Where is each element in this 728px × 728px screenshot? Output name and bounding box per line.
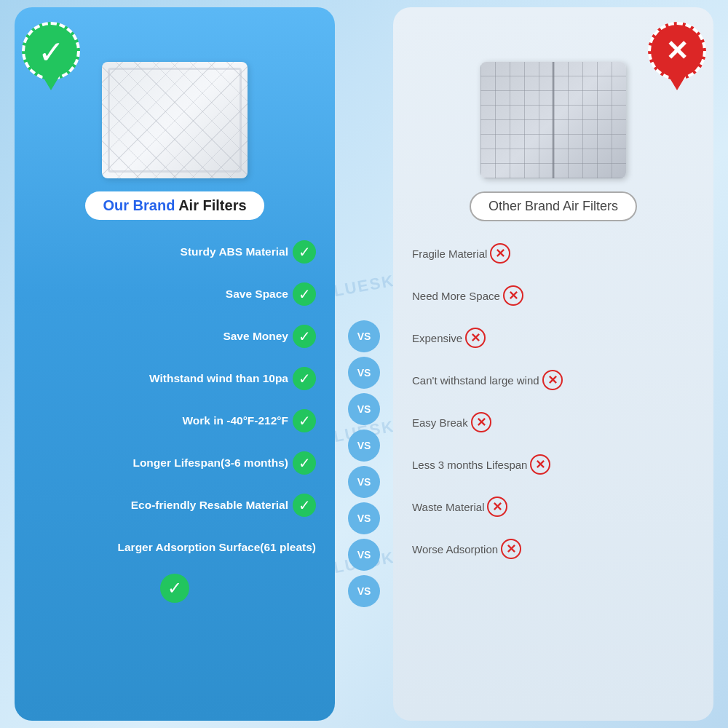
check-icon-3: ✓ xyxy=(293,325,316,348)
right-row-8: Worse Adsorption ✕ xyxy=(408,530,699,568)
right-feature-2: Need More Space ✕ xyxy=(408,285,699,306)
x-badge-symbol: ✕ xyxy=(665,37,689,65)
row-1: Sturdy ABS Material ✓ xyxy=(29,233,320,271)
left-feature-5: Work in -40°F-212°F ✓ xyxy=(29,409,320,432)
last-check-row: ✓ xyxy=(29,574,320,603)
row-7: Eco-friendly Resable Material ✓ xyxy=(29,486,320,524)
vs-2: VS xyxy=(348,357,380,389)
right-feature-text-6: Less 3 months Lifespan xyxy=(412,459,527,471)
right-feature-4: Can't withstand large wind ✕ xyxy=(408,370,699,390)
left-title-rest: Air Filters xyxy=(175,197,246,213)
x-icon-7: ✕ xyxy=(487,496,507,517)
left-feature-7: Eco-friendly Resable Material ✓ xyxy=(29,494,320,517)
left-filter-image xyxy=(102,62,248,178)
x-icon-8: ✕ xyxy=(501,539,521,559)
left-feature-text-8: Larger Adsorption Surface(61 pleats) xyxy=(118,541,316,554)
vs-column: VS VS VS VS VS VS VS VS xyxy=(344,7,384,721)
right-row-5: Easy Break ✕ xyxy=(408,403,699,441)
check-icon-1: ✓ xyxy=(293,240,316,264)
x-icon-3: ✕ xyxy=(465,328,486,348)
vs-1: VS xyxy=(348,320,380,352)
x-icon-6: ✕ xyxy=(530,454,550,475)
right-feature-text-7: Waste Material xyxy=(412,501,484,513)
check-icon-8: ✓ xyxy=(160,574,189,603)
right-feature-3: Expensive ✕ xyxy=(408,328,699,348)
check-badge-symbol: ✓ xyxy=(38,36,65,68)
right-feature-text-5: Easy Break xyxy=(412,416,468,429)
left-feature-text-4: Withstand wind than 10pa xyxy=(149,372,288,385)
left-feature-text-3: Save Money xyxy=(223,330,288,343)
x-icon-1: ✕ xyxy=(490,243,510,264)
vs-3: VS xyxy=(348,393,380,425)
check-icon-7: ✓ xyxy=(293,494,316,517)
right-feature-6: Less 3 months Lifespan ✕ xyxy=(408,454,699,475)
check-icon-4: ✓ xyxy=(293,367,316,390)
right-filter-image xyxy=(480,62,626,178)
right-title-text: Other Brand Air Filters xyxy=(488,199,618,213)
left-feature-4: Withstand wind than 10pa ✓ xyxy=(29,367,320,390)
row-6: Longer Lifespan(3-6 months) ✓ xyxy=(29,444,320,482)
right-row-1: Fragile Material ✕ xyxy=(408,234,699,272)
vs-8: VS xyxy=(348,575,380,607)
row-4: Withstand wind than 10pa ✓ xyxy=(29,360,320,397)
left-feature-1: Sturdy ABS Material ✓ xyxy=(29,240,320,264)
row-2: Save Space ✓ xyxy=(29,275,320,313)
left-panel: Our Brand Air Filters Sturdy ABS Materia… xyxy=(15,7,335,721)
vs-5: VS xyxy=(348,466,380,498)
left-feature-text-2: Save Space xyxy=(226,288,288,301)
right-feature-text-1: Fragile Material xyxy=(412,248,487,260)
right-row-2: Need More Space ✕ xyxy=(408,277,699,314)
right-row-3: Expensive ✕ xyxy=(408,319,699,357)
right-feature-text-8: Worse Adsorption xyxy=(412,543,498,555)
right-feature-8: Worse Adsorption ✕ xyxy=(408,539,699,559)
left-feature-text-7: Eco-friendly Resable Material xyxy=(131,499,288,512)
x-icon-4: ✕ xyxy=(542,370,563,390)
x-icon-5: ✕ xyxy=(471,412,491,432)
left-feature-8: Larger Adsorption Surface(61 pleats) xyxy=(29,541,320,554)
x-badge: ✕ xyxy=(648,22,706,80)
vs-4: VS xyxy=(348,430,380,462)
right-features-list: Fragile Material ✕ Need More Space ✕ Exp… xyxy=(408,234,699,706)
right-panel: Other Brand Air Filters Fragile Material… xyxy=(393,7,713,721)
left-feature-6: Longer Lifespan(3-6 months) ✓ xyxy=(29,451,320,475)
right-feature-5: Easy Break ✕ xyxy=(408,412,699,432)
check-badge: ✓ xyxy=(22,22,80,80)
vs-7: VS xyxy=(348,539,380,571)
right-feature-text-2: Need More Space xyxy=(412,290,500,302)
right-feature-text-4: Can't withstand large wind xyxy=(412,374,539,387)
left-feature-3: Save Money ✓ xyxy=(29,325,320,348)
left-feature-text-1: Sturdy ABS Material xyxy=(181,245,288,258)
right-row-6: Less 3 months Lifespan ✕ xyxy=(408,446,699,483)
check-icon-6: ✓ xyxy=(293,451,316,475)
right-title-badge: Other Brand Air Filters xyxy=(470,191,637,221)
check-icon-5: ✓ xyxy=(293,409,316,432)
left-features-list: Sturdy ABS Material ✓ Save Space ✓ Save … xyxy=(29,233,320,706)
right-feature-1: Fragile Material ✕ xyxy=(408,243,699,264)
left-title-brand: Our Brand xyxy=(103,197,175,213)
left-feature-text-5: Work in -40°F-212°F xyxy=(182,414,288,427)
right-feature-7: Waste Material ✕ xyxy=(408,496,699,517)
right-row-4: Can't withstand large wind ✕ xyxy=(408,361,699,399)
left-title-badge: Our Brand Air Filters xyxy=(85,191,264,220)
right-feature-text-3: Expensive xyxy=(412,332,462,344)
left-feature-2: Save Space ✓ xyxy=(29,282,320,306)
row-5: Work in -40°F-212°F ✓ xyxy=(29,402,320,440)
right-row-7: Waste Material ✕ xyxy=(408,488,699,526)
vs-6: VS xyxy=(348,502,380,534)
row-3: Save Money ✓ xyxy=(29,317,320,355)
x-icon-2: ✕ xyxy=(503,285,523,306)
check-icon-2: ✓ xyxy=(293,282,316,306)
row-8: Larger Adsorption Surface(61 pleats) xyxy=(29,529,320,566)
left-feature-text-6: Longer Lifespan(3-6 months) xyxy=(132,456,288,470)
